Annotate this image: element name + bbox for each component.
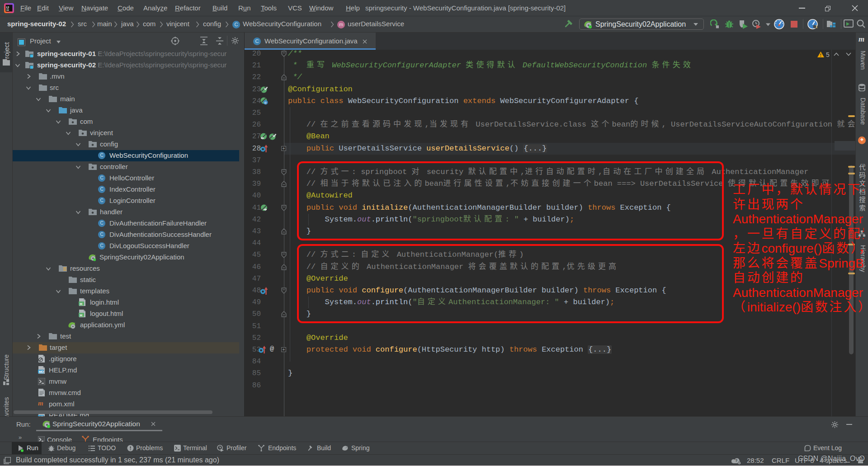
- svg-text:?: ?: [735, 458, 738, 463]
- svg-text:H: H: [80, 313, 82, 317]
- svg-text:MD: MD: [38, 369, 44, 373]
- svg-text:H: H: [80, 301, 82, 306]
- svg-text:IJ: IJ: [6, 6, 9, 9]
- svg-text:e: e: [264, 101, 267, 105]
